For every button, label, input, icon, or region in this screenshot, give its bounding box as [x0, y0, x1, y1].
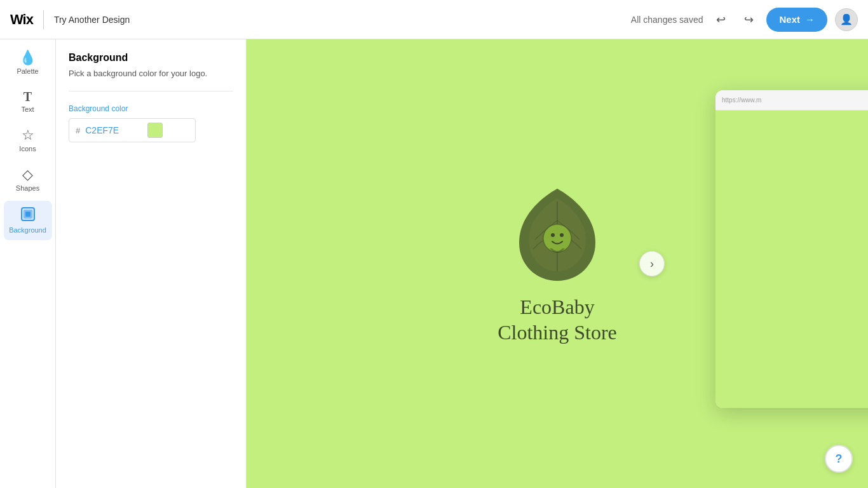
color-input-row[interactable]: # — [69, 118, 196, 142]
next-arrow-icon: → — [805, 14, 815, 25]
svg-point-6 — [551, 233, 555, 237]
background-panel: Background Pick a background color for y… — [56, 39, 247, 488]
sidebar-label-background: Background — [9, 226, 46, 234]
next-label: Next — [779, 14, 800, 25]
user-icon: 👤 — [840, 13, 853, 25]
header: Wix Try Another Design All changes saved… — [0, 0, 868, 39]
sidebar-label-icons: Icons — [19, 145, 36, 152]
text-icon: T — [24, 90, 32, 103]
palette-icon: 💧 — [19, 51, 36, 65]
color-swatch[interactable] — [147, 123, 163, 138]
color-text-input[interactable] — [85, 125, 142, 135]
help-icon: ? — [836, 452, 843, 466]
preview-next-button[interactable]: › — [639, 251, 665, 276]
logo-text: EcoBaby Clothing Store — [498, 294, 617, 345]
browser-url: https://www.m — [722, 97, 761, 104]
redo-icon: ↪ — [744, 13, 754, 27]
header-title: Try Another Design — [54, 15, 631, 25]
hash-symbol: # — [76, 126, 80, 135]
sidebar-label-shapes: Shapes — [16, 184, 39, 192]
browser-content — [715, 111, 868, 408]
main-layout: 💧 Palette T Text ☆ Icons ◇ Shapes B — [0, 39, 868, 488]
help-button[interactable]: ? — [825, 445, 853, 473]
header-actions: All changes saved ↩ ↪ Next → 👤 — [631, 8, 858, 32]
sidebar-item-palette[interactable]: 💧 Palette — [4, 44, 52, 81]
sidebar-item-background[interactable]: Background — [4, 201, 52, 240]
saved-status: All changes saved — [631, 15, 703, 25]
undo-icon: ↩ — [716, 13, 726, 27]
color-label: Background color — [69, 104, 233, 113]
sidebar-label-palette: Palette — [17, 67, 38, 75]
header-divider — [43, 10, 44, 29]
sidebar-item-text[interactable]: T Text — [4, 84, 52, 119]
browser-mockup: https://www.m — [715, 90, 868, 408]
icon-sidebar: 💧 Palette T Text ☆ Icons ◇ Shapes B — [0, 39, 56, 488]
next-button[interactable]: Next → — [766, 8, 827, 32]
sidebar-label-text: Text — [21, 105, 34, 113]
svg-point-7 — [560, 233, 564, 237]
logo-svg — [506, 182, 608, 284]
panel-divider — [69, 91, 233, 92]
sidebar-item-icons[interactable]: ☆ Icons — [4, 122, 52, 159]
logo-container: EcoBaby Clothing Store — [498, 182, 617, 345]
chevron-right-icon: › — [650, 257, 654, 271]
icons-icon: ☆ — [22, 128, 34, 142]
logo-line2: Clothing Store — [498, 320, 617, 345]
preview-area: EcoBaby Clothing Store https://www.m › ? — [247, 39, 868, 488]
svg-rect-3 — [25, 212, 31, 217]
sidebar-item-shapes[interactable]: ◇ Shapes — [4, 161, 52, 198]
user-avatar[interactable]: 👤 — [835, 8, 858, 31]
logo-line1: EcoBaby — [498, 294, 617, 320]
panel-title: Background — [69, 52, 233, 64]
redo-button[interactable]: ↪ — [738, 10, 759, 30]
shapes-icon: ◇ — [22, 168, 33, 182]
panel-subtitle: Pick a background color for your logo. — [69, 69, 233, 78]
wix-logo: Wix — [10, 11, 33, 28]
undo-button[interactable]: ↩ — [710, 10, 731, 30]
browser-bar: https://www.m — [715, 90, 868, 111]
background-icon — [21, 207, 35, 224]
